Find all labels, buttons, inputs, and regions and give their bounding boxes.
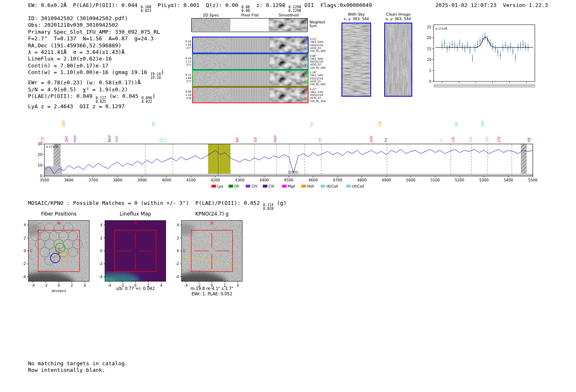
noise-image — [193, 71, 231, 86]
cutout-row-left-labels: 0.091.14278 — [182, 87, 192, 104]
noise-image — [269, 19, 307, 31]
svg-text:0: 0 — [100, 249, 102, 253]
svg-text:E: E — [30, 249, 33, 253]
stacked-uncertainty: 0.1170.025 — [95, 96, 106, 103]
info-block: ID: 3010942502 (3010942502.pdf)Obs: 2020… — [28, 15, 164, 110]
cutout-row-images — [192, 87, 309, 104]
mosaic-match-line: MOSAIC/KPNO : Possible Matches = 0 (with… — [28, 200, 286, 210]
svg-text:SiII: SiII — [253, 137, 258, 142]
svg-text:CIII: CIII — [451, 137, 455, 142]
stacked-uncertainty: 0.1140.028 — [263, 203, 274, 210]
svg-text:5500: 5500 — [528, 178, 538, 182]
svg-text:4: 4 — [84, 283, 86, 288]
cutout-row: 0.161.032770.53"(363, 544)20201218v030_0… — [182, 37, 339, 53]
cutout-row-left-labels: 0.161.03277 — [182, 37, 192, 53]
svg-text:(H)CaII: (H)CaII — [352, 184, 364, 188]
svg-text:Hγ: Hγ — [384, 138, 388, 142]
weighted-2dspec-image — [192, 19, 230, 32]
noise-image — [269, 54, 308, 70]
stacked-uncertainty: 0.12980.1298 — [288, 5, 301, 12]
cutout-row: 0.121.692771.28"(363, 544)20201218v030_0… — [182, 70, 339, 87]
svg-text:CIII: CIII — [378, 121, 382, 127]
cutout-row-images — [192, 53, 309, 70]
noise-image — [192, 19, 230, 31]
info-line: P(LAE)/P(OII): 0.049 0.1170.025 (w: 0.04… — [28, 93, 164, 103]
noise-image — [269, 37, 308, 53]
svg-text:OII: OII — [235, 184, 239, 188]
svg-text:-4: -4 — [176, 275, 179, 279]
svg-text:arcsecs: arcsecs — [51, 288, 66, 293]
weighted-pixelflat-image — [230, 19, 269, 32]
svg-text:NV: NV — [235, 137, 239, 142]
cutout-row: 0.091.142781.27"(363, 535)20201218v030_0… — [182, 87, 339, 104]
svg-text:5200: 5200 — [455, 178, 464, 182]
cutout-row-right-labels: 0.86"(363, 544)20201218v030_02330_RL_060 — [309, 53, 339, 70]
noise-image — [269, 88, 308, 103]
cutout-row-left-labels: 0.121.69277 — [182, 70, 192, 87]
svg-text:CI: CI — [440, 139, 444, 142]
info-line: ID: 3010942502 (3010942502.pdf) — [28, 15, 164, 22]
svg-text:4500: 4500 — [284, 178, 293, 182]
svg-text:e-17x2Å: e-17x2Å — [435, 27, 447, 30]
svg-text:3600: 3600 — [64, 178, 74, 182]
svg-text:SiIV: SiIV — [115, 136, 119, 142]
info-line: λ = 4211.41Å σ = 3.64(±1.43)Å — [28, 49, 164, 56]
svg-text:OII: OII — [163, 137, 167, 142]
weighted-sum-label-line1: Weighted — [309, 21, 325, 24]
svg-text:-2: -2 — [44, 283, 47, 288]
inset-spectrum-plot: 0510152025416041804200422042404260e-17x2… — [425, 20, 538, 100]
cutout-row-right-labels: 1.28"(363, 544)20201218v030_01330_RL_060 — [309, 70, 339, 87]
svg-text:-2: -2 — [99, 262, 102, 266]
svg-text:4: 4 — [100, 223, 102, 227]
svg-text:5400: 5400 — [504, 178, 513, 182]
noise-image — [193, 37, 231, 53]
svg-text:10: 10 — [427, 58, 431, 62]
svg-text:Hβ: Hβ — [454, 122, 458, 127]
kpno-caption: m:19.8 re:4.1" s:3.7" — [175, 286, 249, 291]
svg-text:MgII: MgII — [288, 184, 295, 188]
svg-text:5300: 5300 — [479, 178, 489, 182]
svg-text:5100: 5100 — [430, 178, 440, 182]
info-line: F=2.7" T=0.137 N=1.56 A=0.87 g=24.3 — [28, 35, 164, 42]
svg-text:e-17x2Å: e-17x2Å — [46, 145, 58, 148]
svg-text:2: 2 — [24, 236, 26, 240]
svg-text:3500: 3500 — [40, 178, 49, 182]
svg-text:OII: OII — [151, 122, 156, 127]
svg-text:HeII: HeII — [307, 184, 314, 188]
svg-text:E: E — [107, 249, 109, 253]
cutout-row-right-labels: 1.27"(363, 535)20201218v030_03330_RL_059 — [309, 87, 339, 104]
svg-text:HeII: HeII — [273, 135, 277, 142]
weighted-sum-label: Weighted Sum — [309, 21, 325, 28]
svg-text:4: 4 — [177, 223, 179, 227]
col-header-2dspec: 2D Spec — [191, 13, 230, 17]
detection-band — [208, 144, 231, 176]
svg-text:Lyα: Lyα — [217, 184, 223, 188]
svg-text:10: 10 — [38, 163, 43, 167]
noise-image — [193, 88, 231, 103]
svg-text:CIV: CIV — [497, 137, 501, 142]
panel-fiber-positions-svg: NE-4-4-2-2002244arcsecs — [16, 217, 99, 299]
svg-text:4600: 4600 — [308, 178, 318, 182]
stacked-uncertainty: 0.1080.023 — [141, 5, 151, 12]
cutout-row: 0.141.172770.86"(363, 544)20201218v030_0… — [182, 53, 339, 70]
svg-text:0: 0 — [177, 249, 179, 253]
info-line: S/N = 4.9(±0.5) χ² = 1.9(±0.2) — [28, 86, 164, 93]
svg-text:4000: 4000 — [162, 178, 171, 182]
panel-fiber-positions: NE-4-4-2-2002244arcsecs — [16, 217, 99, 301]
noise-image — [193, 54, 231, 70]
info-line: Cont(w) = 1.10(±0.00)e-16 (gmag 19.16 19… — [28, 69, 164, 79]
svg-text:3700: 3700 — [88, 178, 98, 182]
panel-title-fiber-positions: Fiber Positions — [28, 211, 90, 217]
svg-text:CIV: CIV — [251, 184, 257, 188]
svg-text:OIII: OIII — [469, 137, 473, 142]
svg-text:OVI: OVI — [65, 136, 69, 142]
noise-image — [269, 71, 308, 86]
clean-image-coords: x, y: 363, 544 — [371, 17, 425, 21]
spectrum-legend: LyαOIICIVCIIIMgIIHeII(K)CaII(H)CaII — [211, 184, 364, 188]
svg-text:SiIV: SiIV — [369, 136, 374, 142]
svg-text:2: 2 — [100, 236, 102, 240]
svg-text:OVI: OVI — [62, 121, 66, 127]
svg-text:0: 0 — [429, 80, 431, 84]
svg-text:4700: 4700 — [333, 178, 342, 182]
inset-plot-svg: 0510152025416041804200422042404260e-17x2… — [425, 20, 538, 98]
